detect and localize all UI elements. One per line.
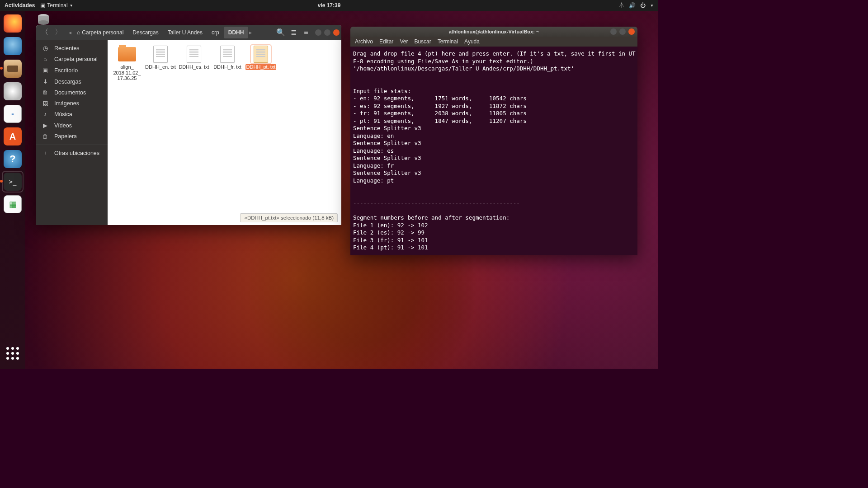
chevron-down-icon: ▼ bbox=[70, 4, 73, 8]
maximize-button[interactable] bbox=[619, 28, 626, 35]
maximize-button[interactable] bbox=[324, 29, 330, 36]
svg-point-2 bbox=[38, 20, 49, 25]
back-button[interactable]: 〈 bbox=[38, 27, 52, 38]
video-icon: ▶ bbox=[42, 122, 49, 129]
breadcrumb-label: crp bbox=[212, 29, 219, 36]
file-item[interactable]: align_ 2018.11.02_ 17.36.25 bbox=[110, 43, 144, 83]
menu-terminal[interactable]: Terminal bbox=[438, 38, 458, 45]
file-label: DDHH_fr. txt bbox=[213, 64, 241, 70]
sidebar-item-descargas[interactable]: ⬇Descargas bbox=[36, 76, 108, 87]
breadcrumb-label: Carpeta personal bbox=[82, 29, 123, 36]
file-manager-sidebar: ◷Recientes ⌂Carpeta personal ▣Escritorio… bbox=[36, 40, 108, 225]
file-view[interactable]: align_ 2018.11.02_ 17.36.25DDHH_en. txtD… bbox=[108, 40, 341, 225]
breadcrumb-label: Taller U Andes bbox=[168, 29, 203, 36]
sidebar-item-label: Escritorio bbox=[54, 67, 78, 74]
minimize-button[interactable] bbox=[315, 29, 321, 36]
text-file-icon bbox=[151, 45, 170, 63]
terminal-titlebar[interactable]: athlonlinux@athlonlinux-VirtualBox: ~ bbox=[350, 27, 637, 37]
text-file-icon bbox=[251, 45, 271, 63]
dock-thunderbird[interactable] bbox=[3, 36, 23, 56]
sidebar-item-label: Recientes bbox=[54, 45, 80, 52]
dock-software[interactable]: A bbox=[3, 127, 23, 146]
sidebar-item-label: Vídeos bbox=[54, 122, 72, 129]
desktop-icon: ▣ bbox=[42, 67, 49, 74]
network-icon[interactable]: ⏃ bbox=[619, 2, 624, 9]
menu-archivo[interactable]: Archivo bbox=[355, 38, 373, 45]
sidebar-item-label: Carpeta personal bbox=[54, 56, 98, 62]
dock-terminal[interactable]: >_ bbox=[3, 172, 23, 192]
breadcrumb-crp[interactable]: crp bbox=[207, 27, 224, 38]
breadcrumb-descargas[interactable]: Descargas bbox=[128, 27, 163, 38]
download-icon: ⬇ bbox=[42, 78, 49, 85]
sidebar-item-label: Documentos bbox=[54, 89, 86, 96]
breadcrumb-taller[interactable]: Taller U Andes bbox=[163, 27, 207, 38]
terminal-window: athlonlinux@athlonlinux-VirtualBox: ~ Ar… bbox=[350, 27, 637, 255]
breadcrumb-home[interactable]: ⌂Carpeta personal bbox=[72, 27, 128, 38]
show-applications-button[interactable] bbox=[3, 343, 23, 363]
image-icon: 🖼 bbox=[42, 100, 49, 107]
terminal-title: athlonlinux@athlonlinux-VirtualBox: ~ bbox=[449, 29, 539, 34]
sidebar-item-otras-ubicaciones[interactable]: +Otras ubicaciones bbox=[36, 148, 108, 159]
dock-firefox[interactable] bbox=[3, 14, 23, 33]
forward-button[interactable]: 〉 bbox=[52, 27, 65, 38]
selection-status: «DDHH_pt.txt» seleccionado (11,8 kB) bbox=[240, 213, 338, 222]
power-icon[interactable]: ⏻ bbox=[640, 2, 646, 9]
file-manager-window: 〈 〉 ◂ ⌂Carpeta personal Descargas Taller… bbox=[36, 25, 341, 225]
sidebar-separator bbox=[36, 145, 108, 145]
close-button[interactable] bbox=[628, 28, 635, 35]
dock-files[interactable] bbox=[3, 59, 23, 79]
sidebar-item-escritorio[interactable]: ▣Escritorio bbox=[36, 65, 108, 76]
sidebar-item-videos[interactable]: ▶Vídeos bbox=[36, 120, 108, 131]
terminal-icon: ▣ bbox=[40, 2, 45, 9]
close-button[interactable] bbox=[333, 29, 340, 36]
sidebar-item-documentos[interactable]: 🗎Documentos bbox=[36, 87, 108, 98]
file-label: DDHH_pt. txt bbox=[245, 64, 277, 70]
sidebar-item-label: Otras ubicaciones bbox=[54, 150, 99, 156]
breadcrumb-ddhh[interactable]: DDHH bbox=[224, 27, 249, 38]
app-menu[interactable]: ▣ Terminal ▼ bbox=[40, 2, 73, 9]
menu-icon: ≡ bbox=[304, 28, 308, 37]
clock[interactable]: vie 17:39 bbox=[318, 2, 341, 9]
breadcrumb-first-icon[interactable]: ◂ bbox=[68, 27, 72, 38]
search-icon: 🔍 bbox=[276, 28, 285, 37]
list-icon: ≣ bbox=[291, 28, 297, 37]
sidebar-item-musica[interactable]: ♪Música bbox=[36, 109, 108, 120]
dock-writer[interactable]: ≡ bbox=[3, 104, 23, 124]
dock-calc[interactable]: ▦ bbox=[3, 194, 23, 214]
music-icon: ♪ bbox=[42, 111, 49, 117]
sidebar-item-home[interactable]: ⌂Carpeta personal bbox=[36, 54, 108, 65]
menu-buscar[interactable]: Buscar bbox=[414, 38, 431, 45]
dock: ≡ A ? >_ ▦ bbox=[0, 11, 25, 369]
plus-icon: + bbox=[42, 150, 49, 156]
menu-ver[interactable]: Ver bbox=[400, 38, 408, 45]
sidebar-item-papelera[interactable]: 🗑Papelera bbox=[36, 131, 108, 142]
document-icon: 🗎 bbox=[42, 89, 49, 96]
volume-icon[interactable]: 🔊 bbox=[629, 2, 636, 9]
activities-button[interactable]: Actividades bbox=[5, 2, 35, 9]
terminal-output[interactable]: Drag and drop file 4 (pt) here and press… bbox=[350, 47, 637, 255]
breadcrumb-label: DDHH bbox=[228, 29, 244, 36]
menu-ayuda[interactable]: Ayuda bbox=[464, 38, 480, 45]
sidebar-item-recientes[interactable]: ◷Recientes bbox=[36, 42, 108, 54]
breadcrumb-overflow-icon[interactable]: ▸ bbox=[248, 27, 253, 38]
minimize-button[interactable] bbox=[610, 28, 617, 35]
text-file-icon bbox=[217, 45, 237, 63]
sidebar-item-imagenes[interactable]: 🖼Imágenes bbox=[36, 98, 108, 109]
chevron-down-icon: ▼ bbox=[650, 4, 654, 8]
dock-help[interactable]: ? bbox=[3, 149, 23, 169]
hamburger-menu-button[interactable]: ≡ bbox=[300, 27, 312, 38]
file-item[interactable]: DDHH_en. txt bbox=[144, 43, 177, 83]
dock-rhythmbox[interactable] bbox=[3, 81, 23, 101]
file-item[interactable]: DDHH_fr. txt bbox=[211, 43, 244, 83]
view-toggle-button[interactable]: ≣ bbox=[287, 27, 300, 38]
home-icon: ⌂ bbox=[77, 29, 80, 36]
top-panel: Actividades ▣ Terminal ▼ vie 17:39 ⏃ 🔊 ⏻… bbox=[0, 0, 658, 11]
window-controls bbox=[315, 29, 340, 36]
breadcrumb-label: Descargas bbox=[132, 29, 158, 36]
menu-editar[interactable]: Editar bbox=[379, 38, 393, 45]
file-label: DDHH_en. txt bbox=[145, 64, 176, 70]
search-button[interactable]: 🔍 bbox=[274, 27, 287, 38]
file-item[interactable]: DDHH_pt. txt bbox=[244, 43, 278, 83]
file-item[interactable]: DDHH_es. txt bbox=[177, 43, 211, 83]
breadcrumb: ◂ ⌂Carpeta personal Descargas Taller U A… bbox=[68, 25, 274, 40]
